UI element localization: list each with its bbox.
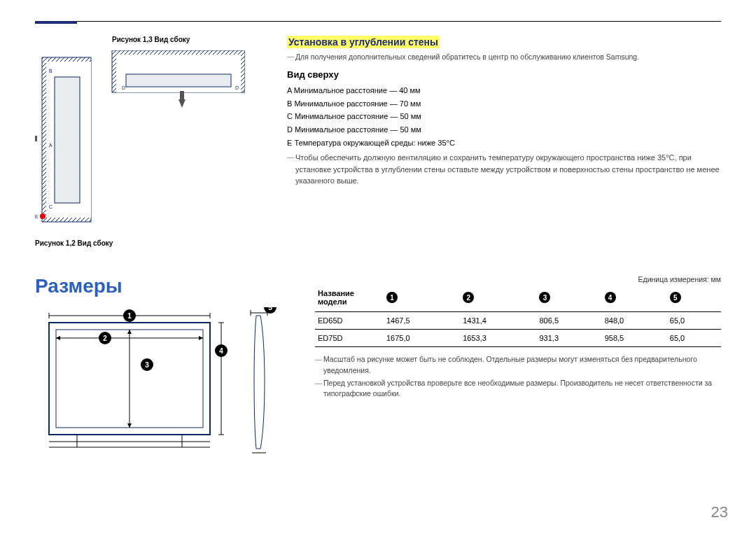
table-row: ED65D 1467,5 1431,4 806,5 848,0 65,0 [315,312,721,330]
col-model: Название модели [315,285,384,312]
dim-marker-4: 4 [215,344,227,357]
svg-text:1: 1 [127,312,132,320]
col-2: 2 [460,285,536,312]
distance-list: A Минимальное расстояние — 40 мм B Миним… [287,84,721,149]
scale-note: Масштаб на рисунке может быть не соблюде… [315,354,721,377]
figure-caption-12: Рисунок 1,2 Вид сбоку [35,239,245,247]
dimensions-diagram: 1 2 3 4 [35,307,287,461]
check-dimensions-note: Перед установкой устройства проверьте вс… [315,378,721,400]
svg-rect-3 [126,74,231,87]
ventilation-note: Чтобы обеспечить должную вентиляцию и со… [287,152,721,187]
page-number: 23 [711,503,728,521]
unit-note: Единица измерения: мм [315,275,721,283]
svg-text:5: 5 [268,307,272,311]
svg-text:4: 4 [219,347,223,355]
dim-marker-1: 1 [123,309,136,322]
col-1: 1 [384,285,460,312]
svg-text:3: 3 [145,361,149,369]
dimensions-table: Название модели 1 2 3 4 5 ED65D 1467,5 1… [315,285,721,347]
svg-text:D: D [235,85,239,90]
contact-note: Для получения дополнительных сведений об… [287,52,721,61]
svg-text:C: C [49,204,52,209]
label-a: A [287,86,292,94]
col-4: 4 [602,285,667,312]
svg-rect-10 [55,77,80,203]
svg-text:2: 2 [103,335,107,342]
top-view-title: Вид сверху [287,69,721,80]
svg-rect-16 [35,136,37,141]
circle-2-icon: 2 [463,292,474,303]
svg-text:D: D [122,85,125,90]
svg-rect-7 [180,91,184,101]
label-c: C [287,112,293,120]
dimensions-title: Размеры [35,275,287,297]
header-accent [35,21,77,24]
svg-point-15 [40,213,46,219]
label-e: E [287,139,292,147]
col-3: 3 [536,285,601,312]
circle-1-icon: 1 [386,292,398,303]
label-b: B [287,99,292,108]
dim-marker-3: 3 [141,358,153,371]
svg-text:E: E [35,214,38,219]
col-5: 5 [667,285,721,312]
table-row: ED75D 1675,0 1653,3 931,3 958,5 65,0 [315,330,721,347]
circle-4-icon: 4 [605,292,616,303]
circle-3-icon: 3 [539,292,550,303]
dim-marker-2: 2 [99,332,111,344]
wall-recess-heading: Установка в углублении стены [287,36,440,48]
svg-text:B: B [49,69,52,73]
circle-5-icon: 5 [670,292,681,303]
figure-side-view-top: D D B A C [35,50,245,232]
figure-caption-13: Рисунок 1,3 Вид сбоку [112,36,245,43]
label-d: D [287,125,293,134]
svg-text:A: A [49,143,52,148]
